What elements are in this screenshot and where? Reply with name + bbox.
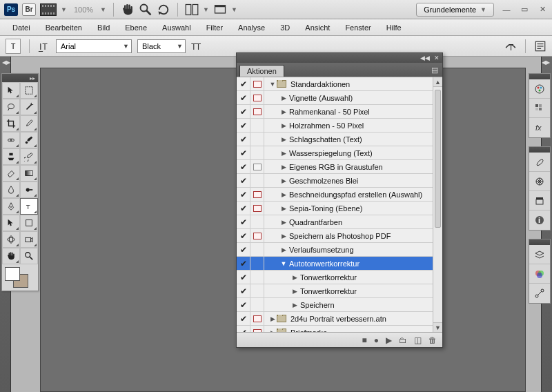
dialog-toggle[interactable] xyxy=(250,257,264,271)
chevron-down-icon[interactable]: ▼ xyxy=(100,6,106,13)
clone-source-panel-icon[interactable] xyxy=(529,191,550,210)
action-row[interactable]: ✔▶Verlaufsumsetzung xyxy=(237,243,433,257)
zoom-tool-icon[interactable] xyxy=(139,3,152,16)
toggle-checkbox[interactable]: ✔ xyxy=(237,160,250,174)
menu-auswahl[interactable]: Auswahl xyxy=(155,21,198,34)
3d-rotate-tool[interactable] xyxy=(2,231,20,248)
photoshop-icon[interactable]: Ps xyxy=(4,3,18,16)
scroll-up-icon[interactable]: ▲ xyxy=(433,77,442,87)
menu-ebene[interactable]: Ebene xyxy=(118,21,154,34)
play-button[interactable]: ▶ xyxy=(386,335,392,345)
action-row[interactable]: ✔▶Tonwertkorrektur xyxy=(237,271,433,284)
restore-button[interactable]: ▭ xyxy=(519,5,530,14)
menu-datei[interactable]: Datei xyxy=(6,21,37,34)
toggle-checkbox[interactable]: ✔ xyxy=(237,312,250,326)
action-row[interactable]: ✔▶Vignette (Auswahl) xyxy=(237,91,433,105)
chevron-right-icon[interactable]: ▶ xyxy=(279,246,288,253)
info-panel-icon[interactable]: i xyxy=(529,210,550,230)
toggle-checkbox[interactable]: ✔ xyxy=(237,188,250,202)
chevron-right-icon[interactable]: ▶ xyxy=(279,219,288,226)
toggle-checkbox[interactable]: ✔ xyxy=(237,146,250,160)
move-tool[interactable] xyxy=(2,82,20,99)
color-panel-icon[interactable] xyxy=(529,79,550,99)
chevron-right-icon[interactable]: ▶ xyxy=(290,302,299,308)
foreground-color[interactable] xyxy=(5,267,20,281)
toggle-checkbox[interactable]: ✔ xyxy=(237,243,250,257)
crop-tool[interactable] xyxy=(2,115,20,132)
dialog-toggle[interactable] xyxy=(250,298,264,312)
chevron-down-icon[interactable]: ▼ xyxy=(61,6,67,13)
toggle-checkbox[interactable]: ✔ xyxy=(237,271,250,284)
chevron-right-icon[interactable]: ▶ xyxy=(290,274,299,281)
action-row[interactable]: ✔▶Eigenes RGB in Graustufen xyxy=(237,160,433,174)
action-row[interactable]: ✔▶Geschmolzenes Blei xyxy=(237,174,433,188)
dialog-toggle[interactable] xyxy=(250,312,264,326)
text-orientation-icon[interactable]: I̲T xyxy=(38,40,50,52)
toggle-checkbox[interactable]: ✔ xyxy=(237,105,250,119)
action-row[interactable]: ✔▶Wasserspiegelung (Text) xyxy=(237,146,433,160)
swatches-panel-icon[interactable] xyxy=(529,99,550,118)
chevron-right-icon[interactable]: ▶ xyxy=(279,205,288,212)
workspace-switcher[interactable]: Grundelemente ▼ xyxy=(416,3,494,17)
paragraph-panel-icon[interactable] xyxy=(534,40,546,52)
toggle-checkbox[interactable]: ✔ xyxy=(237,215,250,229)
chevron-right-icon[interactable]: ▶ xyxy=(268,329,277,333)
zoom-level[interactable]: 100% xyxy=(71,6,96,14)
chevron-down-icon[interactable]: ▼ xyxy=(231,6,237,13)
tools-panel-header[interactable]: ▸▸ xyxy=(2,74,38,82)
healing-brush-tool[interactable] xyxy=(2,132,20,148)
stop-button[interactable]: ■ xyxy=(362,335,367,345)
action-row[interactable]: ✔▶Quadrantfarben xyxy=(237,215,433,229)
brush-presets-panel-icon[interactable] xyxy=(529,172,550,191)
action-row[interactable]: ✔▼Autotonwertkorrektur xyxy=(237,257,433,271)
dialog-toggle[interactable] xyxy=(250,174,264,188)
dialog-toggle[interactable] xyxy=(250,284,264,298)
chevron-right-icon[interactable]: ▶ xyxy=(279,122,288,129)
arrange-documents-icon[interactable] xyxy=(185,3,199,16)
lasso-tool[interactable] xyxy=(2,99,20,115)
action-row[interactable]: ✔▶Speichern als Photoshop PDF xyxy=(237,229,433,243)
menu-filter[interactable]: Filter xyxy=(199,21,230,34)
chevron-right-icon[interactable]: ▶ xyxy=(279,233,288,239)
history-brush-tool[interactable] xyxy=(20,148,38,165)
dialog-toggle[interactable] xyxy=(250,91,264,105)
dialog-toggle[interactable] xyxy=(250,243,264,257)
active-tool-indicator[interactable]: T xyxy=(6,39,21,54)
dialog-toggle[interactable] xyxy=(250,326,264,333)
brush-tool[interactable] xyxy=(20,132,38,148)
action-row[interactable]: ✔▶Beschneidungspfad erstellen (Auswahl) xyxy=(237,188,433,202)
dialog-toggle[interactable] xyxy=(250,160,264,174)
toggle-checkbox[interactable]: ✔ xyxy=(237,298,250,312)
warp-text-icon[interactable]: T xyxy=(504,40,517,52)
shape-tool[interactable] xyxy=(20,215,38,231)
chevron-down-icon[interactable]: ▼ xyxy=(203,6,209,13)
marquee-tool[interactable] xyxy=(20,82,38,99)
action-row[interactable]: ✔▶Speichern xyxy=(237,298,433,312)
magic-wand-tool[interactable] xyxy=(20,99,38,115)
font-style-combo[interactable]: Black▼ xyxy=(137,39,186,53)
toggle-checkbox[interactable]: ✔ xyxy=(237,284,250,298)
rotate-view-icon[interactable] xyxy=(157,3,170,16)
dialog-toggle[interactable] xyxy=(250,271,264,284)
toggle-checkbox[interactable]: ✔ xyxy=(237,91,250,105)
chevron-down-icon[interactable]: ▼ xyxy=(279,260,288,267)
toggle-checkbox[interactable]: ✔ xyxy=(237,202,250,215)
toggle-checkbox[interactable]: ✔ xyxy=(237,133,250,146)
pen-tool[interactable] xyxy=(2,198,20,215)
action-row[interactable]: ✔▶Schlagschatten (Text) xyxy=(237,133,433,146)
dialog-toggle[interactable] xyxy=(250,229,264,243)
menu-fenster[interactable]: Fenster xyxy=(338,21,377,34)
toggle-checkbox[interactable]: ✔ xyxy=(237,174,250,188)
brushes-panel-icon[interactable] xyxy=(529,153,550,172)
dodge-tool[interactable] xyxy=(20,182,38,198)
delete-button[interactable]: 🗑 xyxy=(428,335,437,345)
menu-analyse[interactable]: Analyse xyxy=(231,21,272,34)
new-set-button[interactable]: 🗀 xyxy=(399,335,407,345)
action-row[interactable]: ✔▶Holzrahmen - 50 Pixel xyxy=(237,119,433,133)
path-selection-tool[interactable] xyxy=(2,215,20,231)
toggle-checkbox[interactable]: ✔ xyxy=(237,77,250,91)
close-button[interactable]: ✕ xyxy=(537,5,548,14)
toggle-checkbox[interactable]: ✔ xyxy=(237,326,250,333)
dialog-toggle[interactable] xyxy=(250,215,264,229)
menu-bearbeiten[interactable]: Bearbeiten xyxy=(39,21,89,34)
